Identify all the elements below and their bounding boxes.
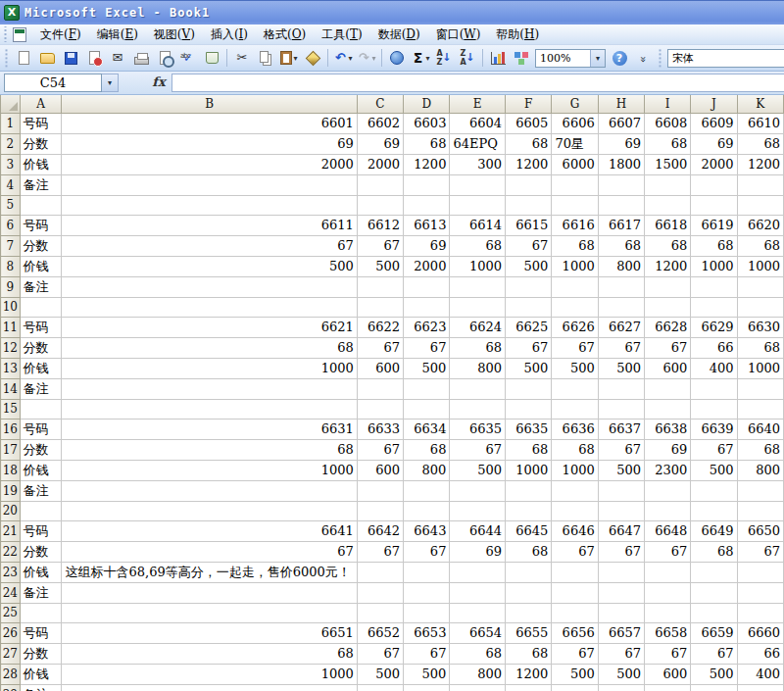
- cell-a6[interactable]: 号码: [20, 215, 62, 235]
- cell-f18[interactable]: 1000: [506, 460, 552, 480]
- sort-ascending-button[interactable]: ↓: [432, 47, 456, 69]
- cell-d25[interactable]: [404, 603, 450, 622]
- cell-g13[interactable]: 500: [552, 358, 598, 378]
- cell-f16[interactable]: 6635: [506, 419, 552, 439]
- cell-a28[interactable]: 价钱: [20, 664, 62, 684]
- cell-c20[interactable]: [357, 501, 403, 520]
- cell-k1[interactable]: 6610: [737, 113, 783, 133]
- cell-g16[interactable]: 6636: [552, 419, 598, 439]
- autosum-button[interactable]: Σ▾: [409, 47, 432, 69]
- cell-c5[interactable]: [357, 195, 403, 215]
- cell-i3[interactable]: 1500: [645, 154, 691, 174]
- cell-i22[interactable]: 67: [645, 541, 691, 562]
- cell-f19[interactable]: [506, 480, 552, 501]
- cell-g2[interactable]: 70星: [552, 133, 598, 154]
- cell-g15[interactable]: [552, 399, 598, 419]
- cell-c19[interactable]: [357, 480, 403, 501]
- cell-e16[interactable]: 6635: [450, 419, 506, 439]
- dropdown-arrow-icon[interactable]: ▾: [348, 54, 352, 63]
- cell-g21[interactable]: 6646: [552, 520, 598, 541]
- cell-g23[interactable]: [552, 562, 598, 582]
- cell-g26[interactable]: 6656: [552, 622, 598, 643]
- cell-d12[interactable]: 67: [404, 337, 450, 358]
- cell-i12[interactable]: 67: [645, 337, 691, 358]
- cell-i4[interactable]: [645, 174, 691, 195]
- row-header-12[interactable]: 12: [1, 337, 21, 358]
- cell-e24[interactable]: [450, 582, 506, 603]
- cell-f5[interactable]: [506, 195, 552, 215]
- cell-h21[interactable]: 6647: [598, 520, 644, 541]
- cell-e5[interactable]: [450, 195, 506, 215]
- cell-e1[interactable]: 6604: [450, 113, 506, 133]
- toolbar-grip[interactable]: [658, 48, 662, 69]
- cell-k12[interactable]: 68: [737, 337, 783, 358]
- cell-g14[interactable]: [552, 378, 598, 399]
- cell-c1[interactable]: 6602: [357, 113, 403, 133]
- cell-g12[interactable]: 67: [552, 337, 598, 358]
- cell-e27[interactable]: 68: [450, 643, 506, 664]
- cell-a5[interactable]: [20, 195, 62, 215]
- drawing-button[interactable]: [510, 47, 533, 69]
- cell-a2[interactable]: 分数: [20, 133, 62, 154]
- cell-e11[interactable]: 6624: [450, 317, 506, 337]
- column-header-e[interactable]: E: [450, 95, 506, 113]
- format-painter-button[interactable]: [301, 47, 324, 69]
- cell-h2[interactable]: 69: [598, 133, 644, 154]
- cell-c11[interactable]: 6622: [357, 317, 403, 337]
- new-document-button[interactable]: [12, 47, 35, 69]
- cell-b3[interactable]: 2000: [62, 154, 357, 174]
- cell-f2[interactable]: 68: [506, 133, 552, 154]
- cell-g18[interactable]: 1000: [552, 460, 598, 480]
- cell-d22[interactable]: 67: [404, 541, 450, 562]
- row-header-29[interactable]: 29: [1, 684, 21, 691]
- cell-d13[interactable]: 500: [404, 358, 450, 378]
- cell-b27[interactable]: 68: [62, 643, 357, 664]
- cell-g10[interactable]: [552, 297, 598, 317]
- cell-j3[interactable]: 2000: [691, 154, 737, 174]
- permission-button[interactable]: [82, 47, 106, 69]
- cell-e17[interactable]: 67: [450, 439, 506, 460]
- cell-c6[interactable]: 6612: [357, 215, 403, 235]
- cell-j28[interactable]: 500: [691, 664, 737, 684]
- cell-a3[interactable]: 价钱: [20, 154, 62, 174]
- select-all-button[interactable]: [1, 95, 21, 113]
- cell-d9[interactable]: [404, 276, 450, 297]
- cell-g19[interactable]: [552, 480, 598, 501]
- cell-b6[interactable]: 6611: [62, 215, 357, 235]
- column-header-a[interactable]: A: [20, 95, 62, 113]
- cell-h10[interactable]: [598, 297, 644, 317]
- column-header-f[interactable]: F: [506, 95, 552, 113]
- cell-k24[interactable]: [737, 582, 783, 603]
- cell-e4[interactable]: [450, 174, 506, 195]
- cell-g24[interactable]: [552, 582, 598, 603]
- cell-b23[interactable]: 这组标十含68,69等高分，一起走，售价6000元！: [62, 562, 357, 582]
- cell-d10[interactable]: [404, 297, 450, 317]
- cell-b25[interactable]: [62, 603, 357, 622]
- cell-a24[interactable]: 备注: [20, 582, 62, 603]
- spelling-button[interactable]: ✓: [176, 47, 200, 69]
- cell-k20[interactable]: [737, 501, 783, 520]
- cell-e8[interactable]: 1000: [450, 256, 506, 276]
- cell-j5[interactable]: [691, 195, 737, 215]
- menu-item-tools[interactable]: 工具(T): [314, 25, 369, 45]
- cell-a10[interactable]: [20, 297, 62, 317]
- cell-e20[interactable]: [450, 501, 506, 520]
- cell-c26[interactable]: 6652: [357, 622, 403, 643]
- help-button[interactable]: ?: [608, 47, 631, 69]
- cell-i5[interactable]: [645, 195, 691, 215]
- cell-b22[interactable]: 67: [62, 541, 357, 562]
- font-name-combobox[interactable]: 宋体: [667, 49, 784, 68]
- cell-c24[interactable]: [357, 582, 403, 603]
- cut-button[interactable]: ✂: [230, 47, 254, 69]
- cell-i2[interactable]: 68: [645, 133, 691, 154]
- cell-f4[interactable]: [506, 174, 552, 195]
- cell-d3[interactable]: 1200: [404, 154, 450, 174]
- column-header-k[interactable]: K: [737, 95, 783, 113]
- cell-b26[interactable]: 6651: [62, 622, 357, 643]
- cell-e28[interactable]: 800: [450, 664, 506, 684]
- cell-i14[interactable]: [645, 378, 691, 399]
- cell-f7[interactable]: 67: [506, 235, 552, 256]
- cell-k18[interactable]: 800: [737, 460, 783, 480]
- cell-k17[interactable]: 68: [737, 439, 783, 460]
- cell-e7[interactable]: 68: [450, 235, 506, 256]
